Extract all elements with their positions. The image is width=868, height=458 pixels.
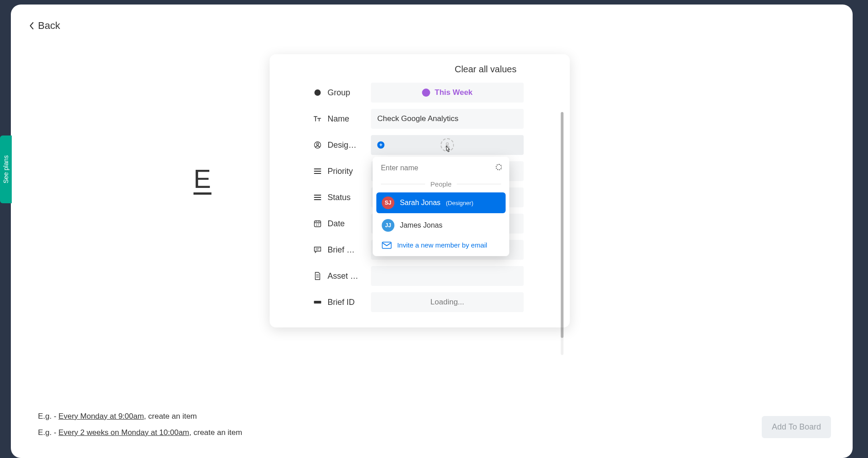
- chevron-left-icon: [29, 22, 34, 30]
- people-search-input[interactable]: [379, 161, 503, 175]
- field-row-asset: Asset …: [280, 266, 559, 286]
- group-label-text: Group: [327, 88, 350, 98]
- automation-modal: Back E n Clear all values Group This Wee…: [11, 5, 853, 458]
- person-name: Sarah Jonas: [400, 199, 440, 207]
- avatar: JJ: [382, 219, 394, 232]
- brief-id-loading-text: Loading...: [430, 298, 464, 307]
- svg-rect-7: [314, 301, 321, 304]
- divider-line-left: [381, 184, 425, 184]
- people-section-label: People: [430, 180, 452, 188]
- file-icon: [313, 272, 322, 280]
- example-line-2: E.g. - Every 2 weeks on Monday at 10:00a…: [38, 428, 242, 437]
- comment-icon: [313, 246, 322, 253]
- designer-label-text: Desig…: [327, 140, 356, 150]
- svg-point-0: [314, 89, 321, 96]
- field-label-status: Status: [280, 193, 371, 202]
- people-dropdown: People SJ Sarah Jonas (Designer) JJ Jame…: [373, 157, 509, 256]
- background-title-left: E: [193, 164, 212, 194]
- brief-id-label-text: Brief ID: [327, 298, 354, 307]
- group-color-dot: [422, 89, 430, 97]
- example-line-1: E.g. - Every Monday at 9:00am, create an…: [38, 412, 242, 421]
- svg-rect-4: [382, 242, 391, 248]
- text-icon: [313, 115, 322, 123]
- example-underline-text: Every 2 weeks on Monday at 10:00am: [58, 428, 189, 437]
- asset-value-cell[interactable]: [371, 266, 524, 286]
- example-suffix: , create an item: [144, 412, 197, 421]
- field-row-brief-id: Brief ID Loading...: [280, 292, 559, 312]
- asset-label-text: Asset …: [327, 271, 358, 281]
- clear-all-values-link[interactable]: Clear all values: [280, 64, 559, 75]
- group-value-cell[interactable]: This Week: [371, 83, 524, 103]
- back-button[interactable]: Back: [27, 17, 62, 34]
- field-label-priority: Priority: [280, 167, 371, 176]
- field-label-brief-id: Brief ID: [280, 298, 371, 307]
- field-row-name: Name Check Google Analytics: [280, 109, 559, 129]
- examples-block: E.g. - Every Monday at 9:00am, create an…: [38, 412, 242, 437]
- id-icon: [313, 299, 322, 305]
- field-row-designer: Desig… +: [280, 135, 559, 155]
- example-prefix: E.g. -: [38, 428, 58, 437]
- example-suffix: , create an item: [189, 428, 242, 437]
- field-label-group: Group: [280, 88, 371, 98]
- divider-line-right: [457, 184, 501, 184]
- people-section-header: People: [376, 178, 505, 191]
- see-plans-tab[interactable]: See plans: [0, 136, 12, 203]
- invite-label: Invite a new member by email: [397, 241, 487, 249]
- avatar: SJ: [382, 196, 394, 209]
- designer-value-cell[interactable]: + People: [371, 135, 524, 155]
- scrollbar-thumb[interactable]: [561, 112, 563, 338]
- people-search-row: [376, 161, 505, 178]
- svg-text:17: 17: [316, 223, 320, 226]
- field-list: Group This Week Name Check Google Analyt…: [280, 83, 559, 312]
- person-name: James Jonas: [400, 221, 442, 229]
- date-label-text: Date: [327, 219, 344, 229]
- people-icon: [313, 141, 322, 149]
- back-label: Back: [38, 20, 60, 32]
- item-fields-card: Clear all values Group This Week: [269, 54, 570, 327]
- invite-member-link[interactable]: Invite a new member by email: [376, 236, 505, 252]
- name-value-cell[interactable]: Check Google Analytics: [371, 109, 524, 129]
- field-label-date: 17 Date: [280, 219, 371, 229]
- field-label-asset: Asset …: [280, 271, 371, 281]
- field-label-name: Name: [280, 114, 371, 124]
- pointer-cursor-icon: [443, 145, 451, 155]
- field-row-group: Group This Week: [280, 83, 559, 103]
- group-dot-icon: [313, 89, 322, 96]
- person-option-sarah[interactable]: SJ Sarah Jonas (Designer): [376, 192, 505, 213]
- mail-icon: [382, 242, 392, 249]
- group-value-text: This Week: [435, 88, 473, 97]
- example-underline-text: Every Monday at 9:00am: [58, 412, 144, 421]
- brief-label-text: Brief …: [327, 245, 354, 255]
- see-plans-label: See plans: [2, 155, 9, 183]
- loading-spinner-icon: [495, 164, 502, 170]
- person-role: (Designer): [446, 200, 473, 206]
- svg-point-2: [316, 143, 319, 145]
- list-icon: [313, 194, 322, 201]
- field-label-designer: Desig…: [280, 140, 371, 150]
- field-label-brief: Brief …: [280, 245, 371, 255]
- list-icon: [313, 168, 322, 174]
- name-label-text: Name: [327, 114, 349, 124]
- example-prefix: E.g. -: [38, 412, 58, 421]
- priority-label-text: Priority: [327, 167, 353, 176]
- name-value-text: Check Google Analytics: [377, 114, 458, 123]
- add-to-board-button[interactable]: Add To Board: [762, 416, 831, 438]
- brief-id-value-cell[interactable]: Loading...: [371, 292, 524, 312]
- person-option-james[interactable]: JJ James Jonas: [376, 215, 505, 236]
- status-label-text: Status: [327, 193, 350, 202]
- calendar-icon: 17: [313, 220, 322, 228]
- add-person-button[interactable]: +: [377, 141, 384, 149]
